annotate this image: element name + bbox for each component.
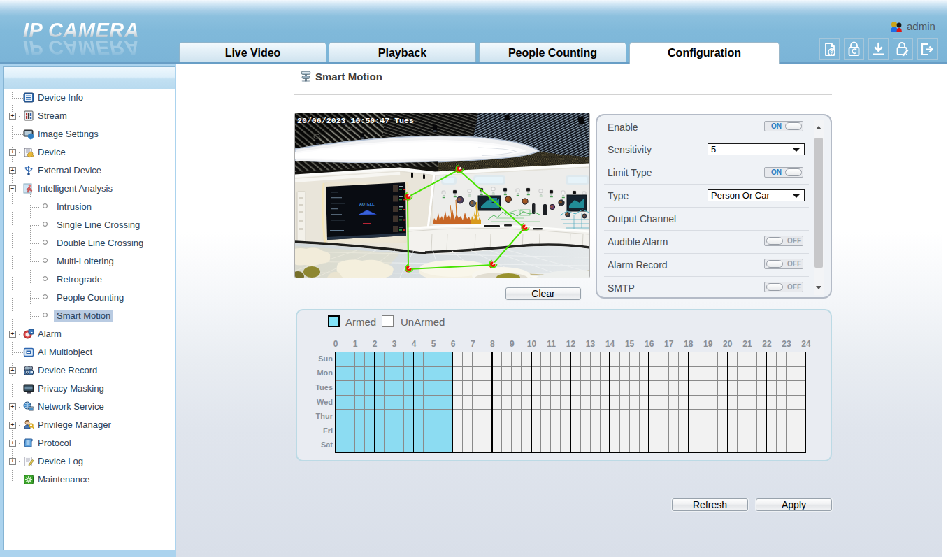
svg-text:20/06/2023 10:50:47 Tues: 20/06/2023 10:50:47 Tues <box>297 116 414 125</box>
svg-text:?: ? <box>830 49 833 56</box>
svg-text:AUTELL: AUTELL <box>359 202 375 206</box>
